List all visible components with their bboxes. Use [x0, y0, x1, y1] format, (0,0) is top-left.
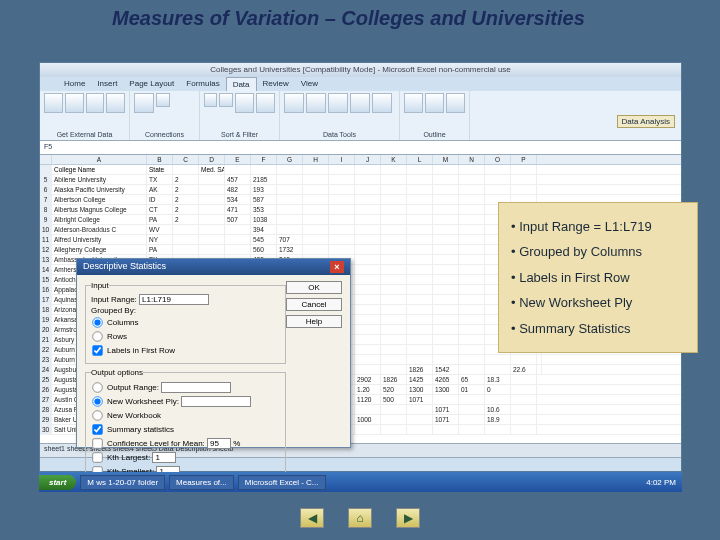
cell[interactable]: [459, 165, 485, 174]
cell[interactable]: 0: [485, 385, 511, 394]
cell[interactable]: 7: [40, 195, 52, 204]
cell[interactable]: 1826: [407, 365, 433, 374]
start-button[interactable]: start: [39, 475, 76, 490]
new-ws-radio[interactable]: [92, 396, 102, 406]
cell[interactable]: 1300: [407, 385, 433, 394]
cell[interactable]: Allegheny College: [52, 245, 147, 254]
cell[interactable]: 1425: [407, 375, 433, 384]
cell[interactable]: [511, 185, 537, 194]
tab-review[interactable]: Review: [257, 77, 295, 91]
cell[interactable]: 560: [251, 245, 277, 254]
cell[interactable]: [381, 305, 407, 314]
cell[interactable]: [407, 245, 433, 254]
cell[interactable]: [459, 345, 485, 354]
cell[interactable]: [381, 265, 407, 274]
cell[interactable]: [355, 225, 381, 234]
cell[interactable]: [433, 175, 459, 184]
cell[interactable]: 500: [381, 395, 407, 404]
cell[interactable]: [433, 255, 459, 264]
col-header[interactable]: J: [355, 155, 381, 164]
cell[interactable]: [459, 175, 485, 184]
group-icon[interactable]: [404, 93, 423, 113]
cell[interactable]: [511, 405, 537, 414]
col-header[interactable]: E: [225, 155, 251, 164]
cell[interactable]: Alaska Pacific University: [52, 185, 147, 194]
cell[interactable]: 18.9: [485, 415, 511, 424]
cell[interactable]: [355, 335, 381, 344]
remove-dup-icon[interactable]: [306, 93, 326, 113]
cell[interactable]: [355, 295, 381, 304]
cell[interactable]: [433, 345, 459, 354]
col-header[interactable]: G: [277, 155, 303, 164]
cell[interactable]: 1732: [277, 245, 303, 254]
cell[interactable]: [485, 185, 511, 194]
from-other-icon[interactable]: [106, 93, 125, 113]
cell[interactable]: [355, 345, 381, 354]
cell[interactable]: [459, 335, 485, 344]
cell[interactable]: [303, 195, 329, 204]
whatif-icon[interactable]: [372, 93, 392, 113]
summary-stats-check[interactable]: Summary statistics: [91, 423, 280, 436]
cell[interactable]: [329, 245, 355, 254]
col-header[interactable]: H: [303, 155, 329, 164]
cell[interactable]: [355, 305, 381, 314]
cell[interactable]: [433, 355, 459, 364]
cell[interactable]: [407, 175, 433, 184]
cell[interactable]: [277, 175, 303, 184]
next-button[interactable]: ▶: [396, 508, 420, 528]
cell[interactable]: [381, 205, 407, 214]
cell[interactable]: [381, 185, 407, 194]
new-ws-field[interactable]: [181, 396, 251, 407]
from-web-icon[interactable]: [65, 93, 84, 113]
cell[interactable]: [381, 285, 407, 294]
cell[interactable]: 18.3: [485, 375, 511, 384]
kth-largest-check[interactable]: Kth Largest:: [91, 451, 280, 464]
cell[interactable]: [381, 195, 407, 204]
cell[interactable]: 1120: [355, 395, 381, 404]
cell[interactable]: 1300: [433, 385, 459, 394]
cell[interactable]: [511, 385, 537, 394]
col-header[interactable]: [40, 155, 52, 164]
cell[interactable]: [511, 175, 537, 184]
cell[interactable]: [485, 395, 511, 404]
col-header[interactable]: I: [329, 155, 355, 164]
connections-icon[interactable]: [156, 93, 170, 107]
cell[interactable]: [173, 225, 199, 234]
cell[interactable]: [277, 185, 303, 194]
cell[interactable]: [225, 165, 251, 174]
cell[interactable]: 9: [40, 215, 52, 224]
cell[interactable]: 2: [173, 175, 199, 184]
cell[interactable]: [459, 365, 485, 374]
cell[interactable]: [433, 205, 459, 214]
cell[interactable]: [407, 215, 433, 224]
col-header[interactable]: P: [511, 155, 537, 164]
cell[interactable]: [459, 185, 485, 194]
cell[interactable]: [511, 395, 537, 404]
ungroup-icon[interactable]: [425, 93, 444, 113]
cell[interactable]: 01: [459, 385, 485, 394]
cell[interactable]: [355, 425, 381, 434]
col-header[interactable]: M: [433, 155, 459, 164]
cell[interactable]: [407, 325, 433, 334]
cell[interactable]: [381, 355, 407, 364]
cell[interactable]: [433, 315, 459, 324]
cell[interactable]: [225, 245, 251, 254]
cell[interactable]: [329, 225, 355, 234]
cell[interactable]: 2: [173, 185, 199, 194]
cell[interactable]: 353: [251, 205, 277, 214]
cell[interactable]: 28: [40, 405, 52, 414]
col-header[interactable]: F: [251, 155, 277, 164]
cell[interactable]: [303, 225, 329, 234]
cell[interactable]: [433, 215, 459, 224]
cell[interactable]: [459, 235, 485, 244]
cell[interactable]: [355, 175, 381, 184]
sort-za-icon[interactable]: [219, 93, 232, 107]
close-icon[interactable]: ×: [330, 261, 344, 273]
validation-icon[interactable]: [328, 93, 348, 113]
filter-icon[interactable]: [256, 93, 275, 113]
cell[interactable]: [433, 425, 459, 434]
col-header[interactable]: O: [485, 155, 511, 164]
cell[interactable]: [381, 345, 407, 354]
cell[interactable]: [459, 285, 485, 294]
cell[interactable]: [381, 225, 407, 234]
